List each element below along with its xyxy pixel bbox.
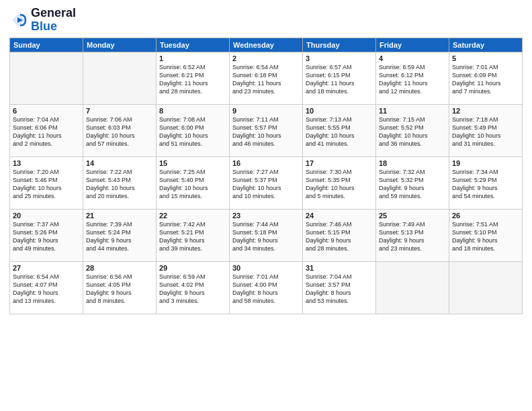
calendar-cell: 16Sunrise: 7:27 AMSunset: 5:37 PMDayligh… <box>230 156 303 209</box>
calendar-cell: 4Sunrise: 6:59 AMSunset: 6:12 PMDaylight… <box>376 52 449 104</box>
calendar-row-2: 13Sunrise: 7:20 AMSunset: 5:46 PMDayligh… <box>10 156 523 209</box>
calendar-cell: 20Sunrise: 7:37 AMSunset: 5:26 PMDayligh… <box>10 209 83 261</box>
day-number: 10 <box>306 107 373 115</box>
cell-text: Sunrise: 7:25 AMSunset: 5:40 PMDaylight:… <box>159 168 226 201</box>
calendar-cell: 23Sunrise: 7:44 AMSunset: 5:18 PMDayligh… <box>230 209 303 261</box>
day-number: 13 <box>13 159 80 167</box>
day-number: 11 <box>379 107 446 115</box>
cell-text: Sunrise: 6:59 AMSunset: 4:02 PMDaylight:… <box>159 273 226 306</box>
day-number: 1 <box>159 54 226 62</box>
calendar-page: General Blue SundayMondayTuesdayWednesda… <box>0 0 532 411</box>
calendar-row-0: 1Sunrise: 6:52 AMSunset: 6:21 PMDaylight… <box>10 52 523 104</box>
logo: General Blue <box>9 7 76 34</box>
day-number: 12 <box>452 107 519 115</box>
cell-text: Sunrise: 7:11 AMSunset: 5:57 PMDaylight:… <box>232 116 300 148</box>
weekday-tuesday: Tuesday <box>157 38 230 52</box>
weekday-wednesday: Wednesday <box>230 38 303 52</box>
day-number: 21 <box>86 212 153 220</box>
weekday-monday: Monday <box>83 38 157 52</box>
cell-text: Sunrise: 7:08 AMSunset: 6:00 PMDaylight:… <box>159 116 226 148</box>
day-number: 30 <box>232 264 300 272</box>
day-number: 26 <box>452 212 519 220</box>
day-number: 7 <box>86 107 153 115</box>
calendar-cell: 30Sunrise: 7:01 AMSunset: 4:00 PMDayligh… <box>230 261 303 314</box>
cell-text: Sunrise: 7:01 AMSunset: 4:00 PMDaylight:… <box>232 273 300 306</box>
cell-text: Sunrise: 7:04 AMSunset: 3:57 PMDaylight:… <box>306 273 373 306</box>
cell-text: Sunrise: 6:52 AMSunset: 6:21 PMDaylight:… <box>159 63 226 96</box>
calendar-cell: 22Sunrise: 7:42 AMSunset: 5:21 PMDayligh… <box>157 209 230 261</box>
day-number: 31 <box>306 264 373 272</box>
day-number: 20 <box>13 212 80 220</box>
day-number: 19 <box>452 159 519 167</box>
day-number: 2 <box>232 54 300 62</box>
day-number: 8 <box>159 107 226 115</box>
day-number: 23 <box>232 212 300 220</box>
day-number: 18 <box>379 159 446 167</box>
calendar-cell: 12Sunrise: 7:18 AMSunset: 5:49 PMDayligh… <box>449 104 523 156</box>
header: General Blue <box>9 7 523 34</box>
day-number: 28 <box>86 264 153 272</box>
cell-text: Sunrise: 7:32 AMSunset: 5:32 PMDaylight:… <box>379 168 446 201</box>
calendar-cell: 1Sunrise: 6:52 AMSunset: 6:21 PMDaylight… <box>157 52 230 104</box>
cell-text: Sunrise: 7:30 AMSunset: 5:35 PMDaylight:… <box>306 168 373 201</box>
calendar-row-3: 20Sunrise: 7:37 AMSunset: 5:26 PMDayligh… <box>10 209 523 261</box>
calendar-cell: 7Sunrise: 7:06 AMSunset: 6:03 PMDaylight… <box>83 104 157 156</box>
calendar-cell <box>376 261 449 314</box>
cell-text: Sunrise: 7:42 AMSunset: 5:21 PMDaylight:… <box>159 220 226 253</box>
calendar-cell: 21Sunrise: 7:39 AMSunset: 5:24 PMDayligh… <box>83 209 157 261</box>
calendar-cell: 14Sunrise: 7:22 AMSunset: 5:43 PMDayligh… <box>83 156 157 209</box>
calendar-cell: 5Sunrise: 7:01 AMSunset: 6:09 PMDaylight… <box>449 52 523 104</box>
weekday-thursday: Thursday <box>303 38 376 52</box>
cell-text: Sunrise: 6:56 AMSunset: 4:05 PMDaylight:… <box>86 273 153 306</box>
day-number: 29 <box>159 264 226 272</box>
calendar-cell: 10Sunrise: 7:13 AMSunset: 5:55 PMDayligh… <box>303 104 376 156</box>
cell-text: Sunrise: 7:51 AMSunset: 5:10 PMDaylight:… <box>452 220 519 253</box>
day-number: 6 <box>13 107 80 115</box>
cell-text: Sunrise: 6:54 AMSunset: 4:07 PMDaylight:… <box>13 273 80 306</box>
weekday-sunday: Sunday <box>10 38 83 52</box>
cell-text: Sunrise: 7:06 AMSunset: 6:03 PMDaylight:… <box>86 116 153 148</box>
cell-text: Sunrise: 7:20 AMSunset: 5:46 PMDaylight:… <box>13 168 80 201</box>
calendar-table: SundayMondayTuesdayWednesdayThursdayFrid… <box>9 38 523 314</box>
day-number: 4 <box>379 54 446 62</box>
calendar-cell: 25Sunrise: 7:49 AMSunset: 5:13 PMDayligh… <box>376 209 449 261</box>
calendar-cell: 11Sunrise: 7:15 AMSunset: 5:52 PMDayligh… <box>376 104 449 156</box>
day-number: 25 <box>379 212 446 220</box>
cell-text: Sunrise: 7:49 AMSunset: 5:13 PMDaylight:… <box>379 220 446 253</box>
weekday-header-row: SundayMondayTuesdayWednesdayThursdayFrid… <box>10 38 523 52</box>
calendar-cell: 24Sunrise: 7:46 AMSunset: 5:15 PMDayligh… <box>303 209 376 261</box>
calendar-cell: 19Sunrise: 7:34 AMSunset: 5:29 PMDayligh… <box>449 156 523 209</box>
calendar-cell: 15Sunrise: 7:25 AMSunset: 5:40 PMDayligh… <box>157 156 230 209</box>
day-number: 9 <box>232 107 300 115</box>
day-number: 16 <box>232 159 300 167</box>
calendar-cell <box>449 261 523 314</box>
cell-text: Sunrise: 7:18 AMSunset: 5:49 PMDaylight:… <box>452 116 519 148</box>
calendar-cell: 31Sunrise: 7:04 AMSunset: 3:57 PMDayligh… <box>303 261 376 314</box>
logo-blue: Blue <box>31 19 57 33</box>
day-number: 15 <box>159 159 226 167</box>
calendar-cell <box>83 52 157 104</box>
cell-text: Sunrise: 7:01 AMSunset: 6:09 PMDaylight:… <box>452 63 519 96</box>
calendar-cell: 6Sunrise: 7:04 AMSunset: 6:06 PMDaylight… <box>10 104 83 156</box>
cell-text: Sunrise: 7:04 AMSunset: 6:06 PMDaylight:… <box>13 116 80 148</box>
calendar-cell: 3Sunrise: 6:57 AMSunset: 6:15 PMDaylight… <box>303 52 376 104</box>
cell-text: Sunrise: 7:46 AMSunset: 5:15 PMDaylight:… <box>306 220 373 253</box>
day-number: 27 <box>13 264 80 272</box>
day-number: 14 <box>86 159 153 167</box>
cell-text: Sunrise: 7:39 AMSunset: 5:24 PMDaylight:… <box>86 220 153 253</box>
cell-text: Sunrise: 7:13 AMSunset: 5:55 PMDaylight:… <box>306 116 373 148</box>
cell-text: Sunrise: 7:27 AMSunset: 5:37 PMDaylight:… <box>232 168 300 201</box>
cell-text: Sunrise: 6:59 AMSunset: 6:12 PMDaylight:… <box>379 63 446 96</box>
cell-text: Sunrise: 7:22 AMSunset: 5:43 PMDaylight:… <box>86 168 153 201</box>
calendar-cell: 28Sunrise: 6:56 AMSunset: 4:05 PMDayligh… <box>83 261 157 314</box>
day-number: 3 <box>306 54 373 62</box>
calendar-cell: 17Sunrise: 7:30 AMSunset: 5:35 PMDayligh… <box>303 156 376 209</box>
day-number: 22 <box>159 212 226 220</box>
calendar-cell: 9Sunrise: 7:11 AMSunset: 5:57 PMDaylight… <box>230 104 303 156</box>
logo-general: General <box>31 6 76 19</box>
day-number: 17 <box>306 159 373 167</box>
cell-text: Sunrise: 7:34 AMSunset: 5:29 PMDaylight:… <box>452 168 519 201</box>
cell-text: Sunrise: 7:15 AMSunset: 5:52 PMDaylight:… <box>379 116 446 148</box>
calendar-cell: 13Sunrise: 7:20 AMSunset: 5:46 PMDayligh… <box>10 156 83 209</box>
cell-text: Sunrise: 7:44 AMSunset: 5:18 PMDaylight:… <box>232 220 300 253</box>
